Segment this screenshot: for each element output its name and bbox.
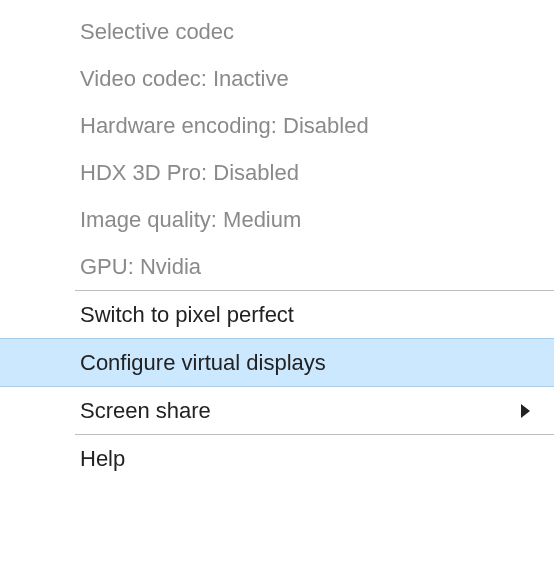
context-menu: Selective codec Video codec: Inactive Ha… — [0, 0, 554, 482]
menu-item-label: Screen share — [80, 387, 211, 434]
info-label: Image quality: Medium — [80, 196, 301, 243]
menu-item-label: Switch to pixel perfect — [80, 291, 294, 338]
menu-item-screen-share[interactable]: Screen share — [0, 387, 554, 434]
menu-item-help[interactable]: Help — [0, 435, 554, 482]
info-label: Hardware encoding: Disabled — [80, 102, 369, 149]
info-label: Selective codec — [80, 8, 234, 55]
padding — [0, 0, 554, 8]
info-label: GPU: Nvidia — [80, 243, 201, 290]
menu-item-configure-virtual-displays[interactable]: Configure virtual displays — [0, 338, 554, 387]
info-video-codec: Video codec: Inactive — [0, 55, 554, 102]
info-image-quality: Image quality: Medium — [0, 196, 554, 243]
info-selective-codec: Selective codec — [0, 8, 554, 55]
submenu-arrow-icon — [521, 404, 530, 418]
info-label: Video codec: Inactive — [80, 55, 289, 102]
info-hardware-encoding: Hardware encoding: Disabled — [0, 102, 554, 149]
menu-item-label: Help — [80, 435, 125, 482]
info-gpu: GPU: Nvidia — [0, 243, 554, 290]
info-hdx-3d-pro: HDX 3D Pro: Disabled — [0, 149, 554, 196]
menu-item-switch-pixel-perfect[interactable]: Switch to pixel perfect — [0, 291, 554, 338]
info-label: HDX 3D Pro: Disabled — [80, 149, 299, 196]
menu-item-label: Configure virtual displays — [80, 339, 326, 386]
